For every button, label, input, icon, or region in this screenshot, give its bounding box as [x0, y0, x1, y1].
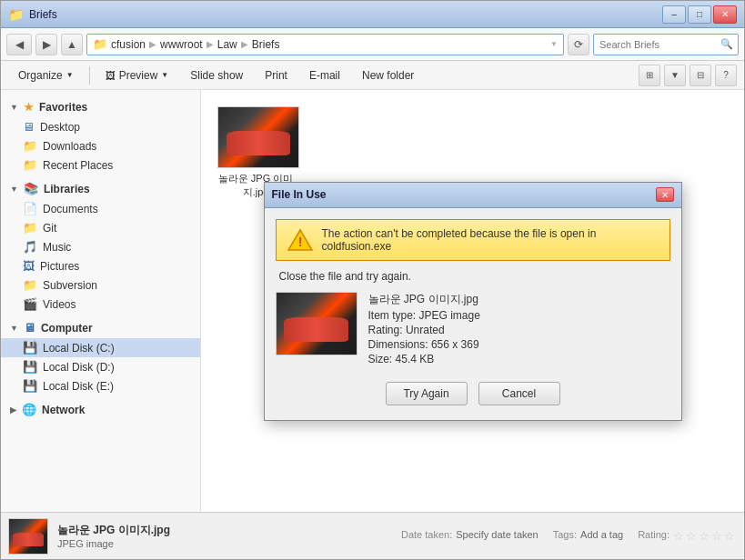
sidebar-item-downloads[interactable]: 📁 Downloads [1, 136, 200, 155]
sidebar-header-libraries[interactable]: ▼ 📚 Libraries [1, 178, 200, 199]
sidebar-item-git[interactable]: 📁 Git [1, 218, 200, 237]
recent-icon: 📁 [23, 158, 37, 172]
warning-icon: ! [287, 228, 313, 252]
details-pane-button[interactable]: ⊟ [690, 65, 711, 86]
rating-label: Rating: [368, 324, 403, 336]
sidebar-item-music[interactable]: 🎵 Music [1, 237, 200, 256]
detail-size: Size: 45.4 KB [368, 353, 670, 365]
path-root: cfusion [111, 38, 146, 51]
network-arrow: ▶ [10, 405, 16, 415]
date-label: Date taken: [401, 529, 452, 543]
sidebar-item-recent[interactable]: 📁 Recent Places [1, 155, 200, 175]
email-label: E-mail [309, 69, 340, 82]
sidebar-item-pictures[interactable]: 🖼 Pictures [1, 256, 200, 275]
minimize-button[interactable]: – [662, 5, 686, 24]
views-dropdown[interactable]: ▼ [664, 65, 686, 86]
title-bar: 📁 Briefs – □ ✕ [1, 1, 744, 28]
sidebar-header-network[interactable]: ▶ 🌐 Network [1, 399, 200, 420]
preview-label: Preview [119, 69, 158, 82]
views-button[interactable]: ⊞ [639, 65, 660, 86]
forward-button[interactable]: ▶ [35, 34, 57, 55]
sidebar-item-subversion[interactable]: 📁 Subversion [1, 275, 200, 295]
sidebar-section-libraries: ▼ 📚 Libraries 📄 Documents 📁 Git 🎵 Music [1, 178, 200, 314]
error-banner: ! The action can't be completed because … [276, 219, 670, 261]
sidebar-header-computer[interactable]: ▼ 🖥 Computer [1, 317, 200, 338]
sidebar: ▼ ★ Favorites 🖥 Desktop 📁 Downloads 📁 Re… [1, 90, 201, 512]
up-icon: ▲ [66, 38, 77, 51]
sidebar-item-documents[interactable]: 📄 Documents [1, 199, 200, 218]
sidebar-item-videos-label: Videos [43, 298, 76, 311]
network-icon: 🌐 [22, 403, 36, 416]
dimensions-value: 656 x 369 [431, 338, 479, 351]
close-prompt: Close the file and try again. [276, 270, 670, 283]
sidebar-item-videos[interactable]: 🎬 Videos [1, 295, 200, 314]
detail-file-name: 놀라운 JPG 이미지.jpg [368, 292, 670, 307]
search-icon: 🔍 [720, 38, 733, 50]
close-button[interactable]: ✕ [713, 5, 737, 24]
toolbar-separator-1 [89, 66, 90, 85]
cancel-button[interactable]: Cancel [478, 382, 560, 405]
status-car-image [9, 519, 47, 554]
preview-button[interactable]: 🖼 Preview ▼ [96, 64, 179, 87]
print-button[interactable]: Print [255, 64, 297, 87]
status-thumbnail [8, 518, 48, 555]
sidebar-item-local-c-label: Local Disk (C:) [43, 342, 115, 355]
tags-label: Tags: [553, 529, 577, 543]
detail-dimensions: Dimensions: 656 x 369 [368, 338, 670, 351]
sidebar-item-local-e[interactable]: 💾 Local Disk (E:) [1, 376, 200, 395]
sidebar-section-network: ▶ 🌐 Network [1, 399, 200, 420]
git-icon: 📁 [23, 221, 37, 235]
videos-icon: 🎬 [23, 297, 37, 311]
up-button[interactable]: ▲ [61, 34, 83, 55]
email-button[interactable]: E-mail [299, 64, 350, 87]
sidebar-item-music-label: Music [43, 241, 71, 254]
dialog-file-preview [276, 292, 357, 355]
sidebar-header-favorites[interactable]: ▼ ★ Favorites [1, 97, 200, 117]
maximize-button[interactable]: □ [688, 5, 711, 24]
main-window: 📁 Briefs – □ ✕ ◀ ▶ ▲ 📁 cfusion ▶ wwwroot… [0, 0, 745, 560]
refresh-button[interactable]: ⟳ [568, 34, 589, 55]
libraries-icon: 📚 [24, 182, 38, 195]
sidebar-item-documents-label: Documents [43, 203, 98, 215]
sidebar-item-local-d[interactable]: 💾 Local Disk (D:) [1, 357, 200, 376]
title-bar-left: 📁 Briefs [8, 7, 57, 22]
views-icon: ⊞ [646, 70, 653, 80]
address-path[interactable]: 📁 cfusion ▶ wwwroot ▶ Law ▶ Briefs ▼ [86, 34, 564, 55]
sidebar-item-pictures-label: Pictures [40, 260, 79, 273]
documents-icon: 📄 [23, 202, 37, 215]
favorites-star-icon: ★ [24, 101, 34, 114]
views-dropdown-arrow: ▼ [670, 70, 680, 80]
dialog-close-button[interactable]: ✕ [656, 187, 674, 202]
detail-type: Item type: JPEG image [368, 309, 670, 322]
help-button[interactable]: ? [715, 65, 737, 86]
organize-button[interactable]: Organize ▼ [8, 64, 84, 87]
subversion-icon: 📁 [23, 278, 37, 292]
search-input[interactable] [593, 34, 739, 55]
sidebar-item-subversion-label: Subversion [43, 279, 97, 292]
rating-stars: ☆☆☆☆☆ [673, 529, 737, 543]
slideshow-button[interactable]: Slide show [180, 64, 253, 87]
status-rating: Rating: ☆☆☆☆☆ [638, 529, 737, 543]
window-folder-icon: 📁 [8, 7, 24, 22]
sidebar-item-local-c[interactable]: 💾 Local Disk (C:) [1, 338, 200, 357]
back-icon: ◀ [15, 38, 24, 51]
rating-value: Unrated [406, 324, 445, 336]
back-button[interactable]: ◀ [6, 34, 32, 55]
downloads-icon: 📁 [23, 139, 37, 153]
error-message: The action can't be completed because th… [322, 227, 659, 253]
favorites-arrow: ▼ [10, 103, 18, 112]
status-file-name: 놀라운 JPG 이미지.jpg [57, 523, 392, 538]
date-value: Specify date taken [456, 529, 539, 543]
local-e-icon: 💾 [23, 379, 37, 393]
music-icon: 🎵 [23, 240, 37, 254]
toolbar: Organize ▼ 🖼 Preview ▼ Slide show Print … [1, 61, 744, 90]
address-bar: ◀ ▶ ▲ 📁 cfusion ▶ wwwroot ▶ Law ▶ Briefs… [1, 28, 744, 61]
type-label: Item type: [368, 309, 417, 322]
new-folder-button[interactable]: New folder [352, 64, 424, 87]
sidebar-item-desktop[interactable]: 🖥 Desktop [1, 117, 200, 136]
status-meta: Date taken: Specify date taken Tags: Add… [401, 529, 737, 543]
try-again-button[interactable]: Try Again [386, 382, 468, 405]
dialog-buttons: Try Again Cancel [276, 375, 670, 409]
file-info-row: 놀라운 JPG 이미지.jpg Item type: JPEG image Ra… [276, 292, 670, 365]
toolbar-right: ⊞ ▼ ⊟ ? [639, 65, 737, 86]
